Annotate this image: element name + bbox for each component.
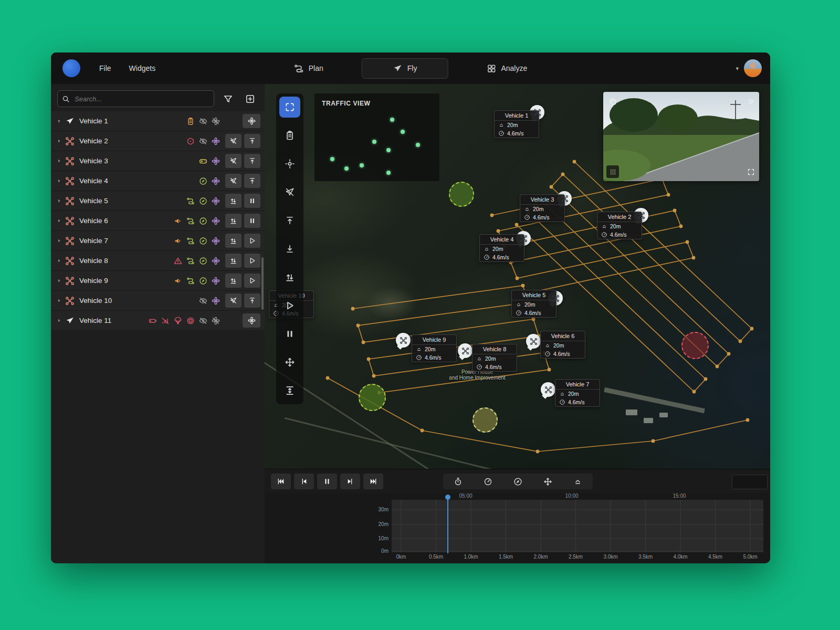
takeoff-tool-button[interactable]: [279, 210, 300, 231]
drone-off-tool-button[interactable]: [279, 182, 300, 203]
vehicle-row[interactable]: Vehicle 8: [51, 251, 265, 271]
copy-button[interactable]: [606, 95, 619, 108]
vehicle-telemetry-card[interactable]: Vehicle 5 20m 4.6m/s: [511, 290, 556, 318]
vehicle-map-pin[interactable]: [396, 333, 411, 348]
elevator-button[interactable]: [225, 274, 242, 288]
search-input[interactable]: [74, 94, 209, 103]
vehicle-row[interactable]: Vehicle 11: [51, 311, 265, 331]
select-tool-button[interactable]: [279, 97, 300, 118]
expand-caret[interactable]: [56, 118, 62, 124]
geofence-zone[interactable]: [359, 384, 386, 411]
map-view[interactable]: Power House and Home Improvement Vehicle…: [265, 84, 770, 469]
filter-button[interactable]: [219, 91, 236, 107]
grid-overlay-button[interactable]: [606, 165, 619, 178]
sidebar-scrollbar[interactable]: [261, 257, 264, 310]
geofence-zone[interactable]: [472, 407, 498, 433]
vehicle-map-pin[interactable]: [458, 343, 472, 358]
geofence-zone[interactable]: [449, 182, 474, 207]
vehicle-telemetry-card[interactable]: Vehicle 9 20m 4.6m/s: [412, 334, 457, 362]
fullscreen-button[interactable]: [744, 165, 757, 178]
vehicle-telemetry-card[interactable]: Vehicle 1 20m 4.6m/s: [494, 110, 539, 138]
video-feed-panel[interactable]: [603, 92, 759, 181]
drone-off-button[interactable]: [225, 293, 242, 308]
expand-caret[interactable]: [56, 218, 62, 224]
move-tool-button[interactable]: [543, 477, 552, 486]
tab-fly[interactable]: Fly: [362, 58, 448, 79]
takeoff-button[interactable]: [244, 154, 260, 168]
step-back-button[interactable]: [294, 474, 314, 489]
vehicle-row[interactable]: Vehicle 4: [51, 171, 265, 191]
skip-end-button[interactable]: [363, 474, 383, 489]
vehicle-row[interactable]: Vehicle 10: [51, 291, 265, 311]
playhead-handle[interactable]: [445, 495, 450, 500]
tab-analyze[interactable]: Analyze: [478, 58, 535, 79]
vmove-tool-button[interactable]: [279, 380, 300, 401]
menu-widgets[interactable]: Widgets: [129, 64, 156, 72]
pause-button[interactable]: [317, 474, 337, 489]
clipboard-tool-button[interactable]: [279, 125, 300, 146]
play-button[interactable]: [244, 234, 260, 248]
elevator-button[interactable]: [225, 214, 242, 228]
menu-file[interactable]: File: [99, 64, 111, 72]
takeoff-button[interactable]: [244, 293, 260, 308]
pause-button[interactable]: [244, 214, 260, 228]
expand-caret[interactable]: [56, 158, 62, 164]
elevator-tool-button[interactable]: [279, 267, 300, 288]
takeoff-button[interactable]: [244, 174, 260, 188]
vehicle-telemetry-card[interactable]: Vehicle 6 20m 4.6m/s: [540, 331, 585, 359]
elevator-button[interactable]: [225, 254, 242, 268]
drone-off-button[interactable]: [225, 134, 242, 148]
elevation-chart[interactable]: 30m20m10m0m 0km0.5km1.0km1.5km2.0km2.5km…: [392, 500, 763, 552]
drone-off-button[interactable]: [225, 174, 242, 188]
alt-up-tool-button[interactable]: [573, 477, 582, 486]
land-tool-button[interactable]: [279, 238, 300, 259]
vehicle-telemetry-card[interactable]: Vehicle 4 20m 4.6m/s: [479, 234, 524, 262]
move-tool-button[interactable]: [279, 352, 300, 373]
play-button[interactable]: [244, 274, 260, 288]
pause-tool-button[interactable]: [279, 323, 300, 344]
expand-caret[interactable]: [56, 198, 62, 204]
vehicle-row[interactable]: Vehicle 9: [51, 271, 265, 291]
rotor-button[interactable]: [243, 114, 260, 128]
chevron-down-icon[interactable]: ▾: [736, 65, 739, 72]
pause-button[interactable]: [244, 194, 260, 208]
vehicle-row[interactable]: Vehicle 7: [51, 231, 265, 251]
stopwatch-tool-button[interactable]: [454, 477, 463, 486]
vehicle-telemetry-card[interactable]: Vehicle 8 20m 4.6m/s: [472, 344, 517, 372]
vehicle-map-pin[interactable]: [526, 334, 541, 349]
expand-caret[interactable]: [56, 318, 62, 323]
drone-off-button[interactable]: [225, 154, 242, 168]
elevator-button[interactable]: [225, 194, 242, 208]
rotor-button[interactable]: [243, 313, 260, 328]
skip-start-button[interactable]: [271, 474, 291, 489]
play-button[interactable]: [244, 254, 260, 268]
vehicle-row[interactable]: Vehicle 5: [51, 191, 265, 211]
tab-plan[interactable]: Plan: [286, 58, 331, 79]
vehicle-row[interactable]: Vehicle 2: [51, 131, 265, 151]
app-logo[interactable]: [62, 59, 80, 77]
vehicle-row[interactable]: Vehicle 3: [51, 151, 265, 171]
collapse-panel-button[interactable]: [744, 95, 757, 108]
expand-caret[interactable]: [56, 258, 62, 264]
vehicle-telemetry-card[interactable]: Vehicle 2 20m 4.6m/s: [597, 212, 642, 239]
expand-caret[interactable]: [56, 278, 62, 284]
vehicle-telemetry-card[interactable]: Vehicle 7 20m 4.6m/s: [555, 379, 600, 407]
expand-caret[interactable]: [56, 238, 62, 244]
playback-value-box[interactable]: [732, 475, 768, 489]
expand-caret[interactable]: [56, 138, 62, 144]
takeoff-button[interactable]: [244, 134, 260, 148]
add-vehicle-button[interactable]: [242, 91, 258, 107]
gauge-tool-button[interactable]: [484, 477, 492, 486]
step-fwd-button[interactable]: [340, 474, 360, 489]
vehicle-row[interactable]: Vehicle 6: [51, 211, 265, 231]
vehicle-telemetry-card[interactable]: Vehicle 3 20m 4.6m/s: [520, 194, 565, 222]
vehicle-map-pin[interactable]: [541, 382, 555, 397]
search-box[interactable]: [57, 90, 214, 107]
play-tool-button[interactable]: [279, 295, 300, 316]
compass-tool-button[interactable]: [513, 477, 522, 486]
vehicle-row[interactable]: Vehicle 1: [51, 111, 265, 131]
geofence-zone[interactable]: [681, 332, 709, 359]
user-avatar[interactable]: [744, 59, 762, 77]
elevator-button[interactable]: [225, 234, 242, 248]
expand-caret[interactable]: [56, 298, 62, 303]
